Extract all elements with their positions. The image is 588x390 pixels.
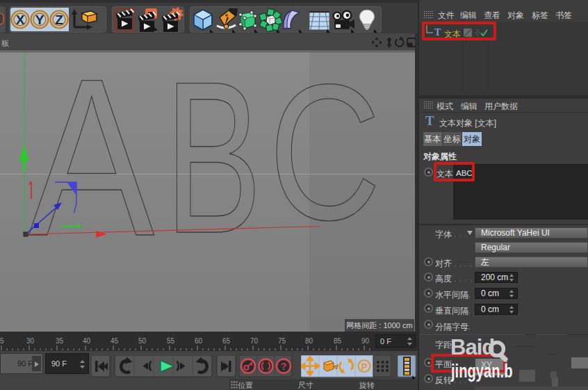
svg-text:C: C bbox=[269, 52, 381, 261]
svg-text:P: P bbox=[361, 361, 368, 372]
svg-text:?: ? bbox=[281, 361, 287, 372]
svg-text:A: A bbox=[28, 52, 155, 282]
svg-text:X: X bbox=[16, 13, 25, 27]
svg-text:Z: Z bbox=[55, 13, 63, 27]
svg-text:Y: Y bbox=[35, 13, 44, 27]
svg-text:B: B bbox=[165, 52, 262, 278]
